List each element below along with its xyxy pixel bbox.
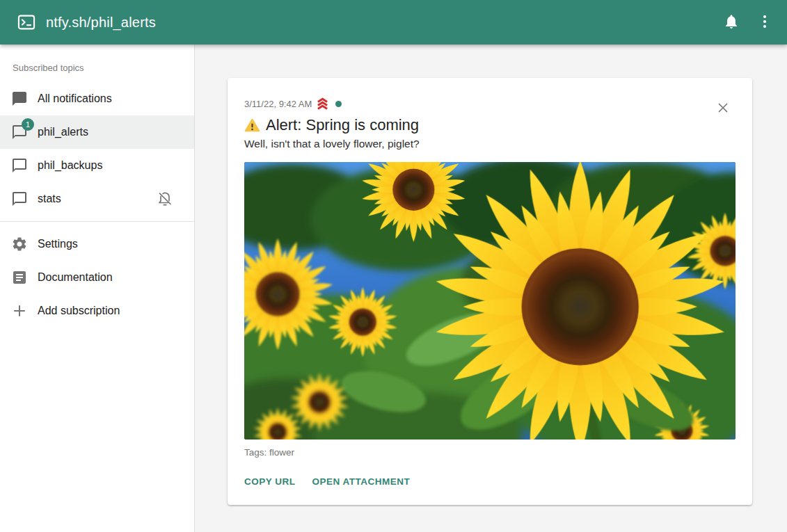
sidebar-item-all-notifications[interactable]: All notifications — [0, 82, 194, 115]
notifications-button[interactable] — [715, 6, 748, 39]
sidebar-item-documentation[interactable]: Documentation — [0, 261, 194, 294]
sidebar-divider — [0, 221, 194, 222]
unread-count-badge: 1 — [22, 118, 34, 131]
attachment-image[interactable] — [244, 162, 736, 440]
bell-icon — [723, 13, 740, 32]
sidebar-item-phil-backups[interactable]: phil_backups — [0, 149, 194, 182]
sidebar-item-stats[interactable]: stats — [0, 182, 194, 216]
plus-icon — [11, 303, 28, 319]
notification-body: Well, isn't that a lovely flower, piglet… — [244, 138, 736, 150]
gear-icon — [11, 236, 28, 252]
chat-bubble-outline-icon: 1 — [11, 124, 28, 140]
close-icon — [715, 100, 731, 118]
sidebar: Subscribed topics All notifications 1 ph… — [0, 45, 195, 532]
notification-meta: 3/11/22, 9:42 AM — [244, 97, 736, 110]
sidebar-item-label: phil_alerts — [38, 126, 88, 138]
topic-list: All notifications 1 phil_alerts phil_bac… — [0, 82, 194, 216]
bell-off-icon — [157, 191, 173, 207]
document-icon — [11, 269, 28, 286]
chat-bubble-outline-icon — [11, 157, 28, 174]
sidebar-item-add-subscription[interactable]: Add subscription — [0, 294, 194, 328]
copy-url-button[interactable]: COPY URL — [244, 472, 303, 491]
subscribed-topics-label: Subscribed topics — [13, 63, 194, 73]
notification-title-row: Alert: Spring is coming — [244, 115, 736, 136]
sidebar-item-phil-alerts[interactable]: 1 phil_alerts — [0, 115, 194, 149]
kebab-menu-icon — [756, 13, 773, 32]
notification-timestamp: 3/11/22, 9:42 AM — [244, 99, 312, 109]
sidebar-item-settings[interactable]: Settings — [0, 227, 194, 261]
notification-tags: Tags: flower — [244, 447, 736, 458]
sidebar-nav: Settings Documentation Add subscription — [0, 227, 194, 328]
notification-card: 3/11/22, 9:42 AM Alert: Spring is coming — [228, 78, 752, 505]
main-content: 3/11/22, 9:42 AM Alert: Spring is coming — [195, 45, 787, 532]
warning-icon — [244, 118, 260, 134]
chat-bubble-outline-icon — [11, 191, 28, 207]
app-bar: ntfy.sh/phil_alerts — [0, 0, 787, 45]
open-attachment-button[interactable]: OPEN ATTACHMENT — [312, 472, 418, 491]
notification-actions: COPY URL OPEN ATTACHMENT — [244, 472, 736, 491]
sidebar-item-label: Add subscription — [38, 305, 120, 317]
overflow-menu-button[interactable] — [748, 6, 781, 39]
sidebar-item-label: All notifications — [38, 92, 112, 105]
terminal-icon — [17, 13, 36, 32]
notification-title: Alert: Spring is coming — [266, 115, 419, 136]
close-notification-button[interactable] — [709, 95, 737, 122]
chat-bubble-filled-icon — [11, 90, 28, 107]
sidebar-item-label: Settings — [38, 238, 78, 250]
priority-max-icon — [315, 97, 330, 111]
new-message-dot — [335, 101, 342, 107]
sidebar-item-label: phil_backups — [38, 159, 102, 172]
sidebar-item-label: Documentation — [38, 271, 113, 284]
sidebar-item-label: stats — [38, 193, 61, 205]
page-title: ntfy.sh/phil_alerts — [46, 15, 156, 31]
